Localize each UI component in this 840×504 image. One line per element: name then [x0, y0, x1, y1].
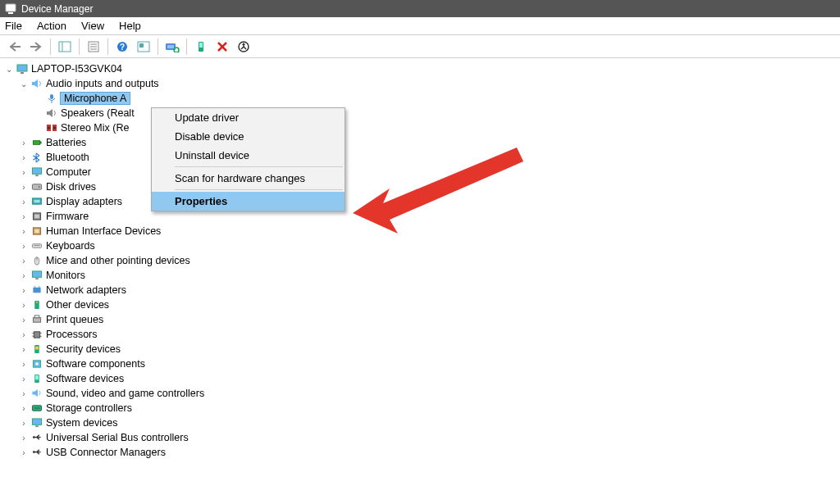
tree-category[interactable]: ›Other devices — [3, 297, 840, 312]
expand-icon[interactable]: › — [18, 316, 30, 325]
category-icon — [30, 285, 44, 295]
expand-icon[interactable]: › — [18, 360, 30, 369]
expand-icon[interactable]: › — [18, 183, 30, 192]
tree-category[interactable]: ›USB Connector Managers — [3, 445, 840, 460]
category-icon — [30, 152, 44, 162]
show-hide-tree-button[interactable] — [55, 38, 75, 56]
category-icon — [30, 256, 44, 266]
menu-view[interactable]: View — [81, 20, 104, 32]
svg-rect-1 — [8, 12, 13, 14]
category-label: Monitors — [44, 270, 85, 281]
tree-category[interactable]: ›Processors — [3, 327, 840, 342]
context-update-driver[interactable]: Update driver — [152, 108, 345, 127]
svg-rect-0 — [6, 4, 16, 11]
expand-icon[interactable]: › — [18, 434, 30, 443]
tree-category[interactable]: ›Human Interface Devices — [3, 224, 840, 238]
svg-rect-72 — [35, 425, 39, 427]
tree-category[interactable]: ›Sound, video and game controllers — [3, 386, 840, 401]
tree-root[interactable]: ⌄ LAPTOP-I53GVK04 — [3, 61, 840, 76]
expand-icon[interactable]: › — [18, 345, 30, 354]
expand-icon[interactable]: › — [18, 301, 30, 310]
tree-category[interactable]: ›Monitors — [3, 268, 840, 283]
expand-icon[interactable]: › — [18, 448, 30, 457]
menu-action[interactable]: Action — [37, 20, 66, 32]
device-tree[interactable]: ⌄ LAPTOP-I53GVK04 ⌄ Audio inputs and out… — [0, 58, 840, 460]
update-driver-button[interactable] — [234, 38, 253, 56]
svg-point-54 — [36, 302, 38, 303]
expand-icon[interactable]: ⌄ — [3, 65, 15, 74]
context-disable-device[interactable]: Disable device — [152, 127, 345, 146]
expand-icon[interactable]: › — [18, 404, 30, 413]
tree-category[interactable]: ›Mice and other pointing devices — [3, 253, 840, 268]
forward-button[interactable] — [26, 38, 46, 56]
back-button[interactable] — [5, 38, 25, 56]
expand-icon[interactable]: › — [18, 286, 30, 295]
tree-category[interactable]: ›System devices — [3, 415, 840, 430]
action-center-button[interactable] — [134, 38, 153, 56]
category-label: Software devices — [44, 373, 124, 384]
expand-icon[interactable]: › — [18, 419, 30, 428]
scan-hardware-button[interactable] — [162, 38, 182, 56]
category-label: Security devices — [44, 343, 121, 355]
expand-icon[interactable]: › — [18, 227, 30, 236]
tree-category-audio[interactable]: ⌄ Audio inputs and outputs — [3, 76, 840, 91]
tree-category[interactable]: ›Security devices — [3, 342, 840, 356]
tree-category[interactable]: ›Print queues — [3, 312, 840, 327]
properties-button[interactable] — [84, 38, 103, 56]
menu-bar: File Action View Help — [0, 17, 840, 35]
category-label: Batteries — [44, 137, 86, 148]
expand-icon[interactable]: › — [18, 153, 30, 162]
category-label: Print queues — [44, 314, 103, 325]
svg-rect-43 — [34, 229, 39, 234]
tree-category[interactable]: ›Storage controllers — [3, 401, 840, 415]
expand-icon[interactable]: › — [18, 375, 30, 384]
menu-file[interactable]: File — [5, 20, 22, 32]
category-icon — [30, 182, 44, 192]
svg-rect-32 — [33, 141, 39, 145]
tree-category[interactable]: ›Network adapters — [3, 283, 840, 297]
expand-icon[interactable]: › — [18, 212, 30, 221]
svg-rect-63 — [35, 347, 39, 350]
expand-icon[interactable]: ⌄ — [18, 79, 30, 89]
context-scan-hardware[interactable]: Scan for hardware changes — [152, 169, 345, 188]
expand-icon[interactable]: › — [18, 198, 30, 207]
tree-category[interactable]: ›Keyboards — [3, 238, 840, 253]
context-properties[interactable]: Properties — [152, 192, 345, 211]
tree-category[interactable]: ›Software devices — [3, 371, 840, 386]
tree-category[interactable]: ›Bluetooth — [3, 150, 840, 165]
svg-rect-22 — [17, 65, 27, 71]
tree-category[interactable]: ›Software components — [3, 356, 840, 371]
expand-icon[interactable]: › — [18, 257, 30, 266]
tree-category[interactable]: ›Display adapters — [3, 194, 840, 209]
category-label: Computer — [44, 166, 91, 178]
expand-icon[interactable]: › — [18, 271, 30, 280]
category-icon — [30, 329, 44, 339]
svg-rect-49 — [35, 278, 39, 279]
svg-rect-56 — [34, 316, 39, 318]
tree-category[interactable]: ›Computer — [3, 165, 840, 179]
expand-icon[interactable]: › — [18, 138, 30, 148]
tree-category[interactable]: ›Disk drives — [3, 179, 840, 194]
category-icon — [30, 138, 44, 148]
context-uninstall-device[interactable]: Uninstall device — [152, 146, 345, 165]
category-label: Bluetooth — [44, 152, 89, 163]
tree-item-speakers[interactable]: Speakers (Realt — [3, 106, 840, 120]
uninstall-device-button[interactable] — [212, 38, 232, 56]
expand-icon[interactable]: › — [18, 330, 30, 339]
tree-category[interactable]: ›Universal Serial Bus controllers — [3, 430, 840, 445]
enable-device-button[interactable] — [191, 38, 211, 56]
svg-rect-41 — [34, 215, 39, 219]
help-button[interactable]: ? — [112, 38, 132, 56]
tree-item-microphone[interactable]: Microphone A — [3, 91, 840, 106]
tree-item-stereomix[interactable]: Stereo Mix (Re — [3, 120, 840, 135]
menu-help[interactable]: Help — [119, 20, 141, 32]
tree-category[interactable]: ›Batteries — [3, 135, 840, 150]
category-label: Human Interface Devices — [44, 225, 161, 237]
expand-icon[interactable]: › — [18, 389, 30, 398]
expand-icon[interactable]: › — [18, 168, 30, 177]
svg-rect-35 — [35, 175, 39, 176]
expand-icon[interactable]: › — [18, 242, 30, 251]
svg-rect-50 — [33, 288, 40, 293]
tree-category[interactable]: ›Firmware — [3, 209, 840, 224]
category-icon — [30, 270, 44, 280]
